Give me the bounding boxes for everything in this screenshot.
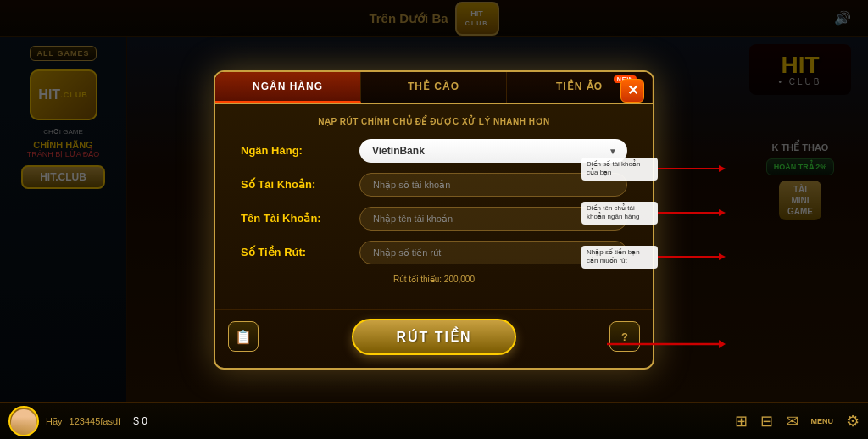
input-ten-tk[interactable] [359, 207, 627, 231]
label-so-tien: Số Tiền Rút: [241, 246, 359, 258]
modal-tabs: NGÂN HÀNG THẺ CÀO TIỀN ẢO NEW ✕ [215, 72, 653, 104]
select-ngan-hang-wrap: VietinBank Vietcombank BIDV Techcombank … [359, 139, 627, 163]
input-so-tien-wrap: đ [359, 241, 627, 264]
tab-the-cao[interactable]: THẺ CÀO [361, 72, 507, 103]
modal-footer: 📋 RÚT TIỀN ? [215, 309, 653, 368]
label-so-tk: Số Tài Khoản: [241, 178, 359, 191]
menu-label[interactable]: MENU [811, 417, 834, 425]
grid2-icon[interactable]: ⊟ [760, 412, 773, 431]
modal-overlay: NGÂN HÀNG THẺ CÀO TIỀN ẢO NEW ✕ NẠP RÚT … [0, 0, 868, 439]
input-so-tk-wrap [359, 173, 627, 197]
username-label: 123445fasdf [70, 416, 121, 426]
select-ngan-hang[interactable]: VietinBank Vietcombank BIDV Techcombank … [359, 139, 627, 163]
form-row-so-tien: Số Tiền Rút: đ [241, 241, 627, 264]
modal-dialog: NGÂN HÀNG THẺ CÀO TIỀN ẢO NEW ✕ NẠP RÚT … [214, 70, 654, 370]
hay-text: Hãy [46, 416, 63, 426]
currency-suffix: đ [612, 247, 617, 258]
bottom-icons: ⊞ ⊟ ✉ MENU ⚙ [735, 412, 860, 431]
label-ngan-hang: Ngân Hàng: [241, 144, 359, 157]
modal-body: NẠP RÚT CHÍNH CHỦ ĐỂ ĐƯỢC XỬ LÝ NHANH HƠ… [215, 104, 653, 309]
input-so-tk[interactable] [359, 173, 627, 197]
form-row-ngan-hang: Ngân Hàng: VietinBank Vietcombank BIDV T… [241, 139, 627, 163]
settings-icon[interactable]: ⚙ [846, 412, 860, 431]
history-icon-button[interactable]: 📋 [228, 321, 259, 352]
balance-label: $ 0 [133, 415, 147, 427]
modal-notice: NẠP RÚT CHÍNH CHỦ ĐỂ ĐƯỢC XỬ LÝ NHANH HƠ… [241, 117, 627, 126]
question-icon-button[interactable]: ? [609, 321, 640, 352]
input-so-tien[interactable] [359, 241, 627, 264]
bottom-bar: Hãy 123445fasdf $ 0 ⊞ ⊟ ✉ MENU ⚙ [0, 402, 868, 439]
submit-button[interactable]: RÚT TIỀN [352, 319, 515, 355]
modal-close-button[interactable]: ✕ [620, 79, 644, 103]
form-row-ten-tk: Tên Tài Khoản: [241, 207, 627, 231]
form-row-so-tk: Số Tài Khoản: [241, 173, 627, 197]
label-ten-tk: Tên Tài Khoản: [241, 212, 359, 225]
min-note: Rút tối thiểu: 200,000 [241, 275, 627, 284]
tab-ngan-hang[interactable]: NGÂN HÀNG [215, 72, 361, 103]
grid-icon[interactable]: ⊞ [735, 412, 748, 431]
input-ten-tk-wrap [359, 207, 627, 231]
user-avatar [8, 406, 39, 436]
mail-icon[interactable]: ✉ [786, 412, 798, 431]
avatar-image [11, 409, 36, 435]
